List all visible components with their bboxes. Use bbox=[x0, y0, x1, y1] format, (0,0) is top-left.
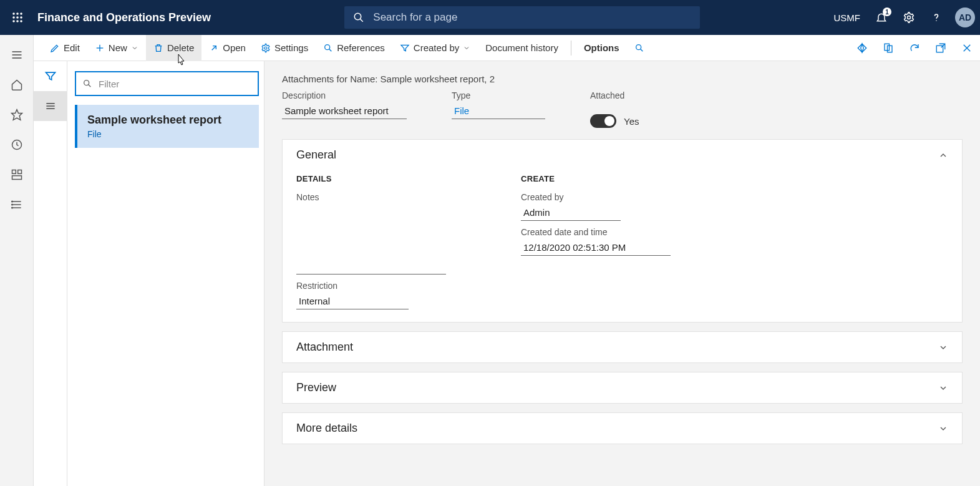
global-search[interactable] bbox=[344, 6, 700, 29]
hamburger-button[interactable] bbox=[2, 40, 32, 70]
created-by-filter[interactable]: Created by bbox=[392, 35, 478, 61]
list-item-title: Sample worksheet report bbox=[87, 114, 249, 127]
settings-menu[interactable]: Settings bbox=[253, 35, 316, 61]
company-picker[interactable]: USMF bbox=[834, 12, 861, 23]
svg-line-43 bbox=[88, 84, 90, 87]
references-button[interactable]: References bbox=[316, 35, 392, 61]
preview-section: Preview bbox=[282, 372, 963, 404]
chevron-down-icon bbox=[131, 44, 138, 52]
svg-point-25 bbox=[11, 204, 12, 205]
type-value[interactable]: File bbox=[452, 103, 545, 119]
attachment-section: Attachment bbox=[282, 331, 963, 363]
filter-input[interactable] bbox=[99, 79, 251, 89]
attached-toggle[interactable] bbox=[590, 114, 616, 128]
svg-marker-16 bbox=[11, 110, 22, 120]
record-list-panel: Sample worksheet report File bbox=[67, 61, 264, 486]
home-icon[interactable] bbox=[2, 70, 32, 100]
svg-point-29 bbox=[264, 47, 267, 49]
svg-point-3 bbox=[12, 16, 15, 19]
page-title: Attachments for Name: Sample worksheet r… bbox=[282, 74, 963, 84]
svg-rect-18 bbox=[12, 170, 16, 174]
svg-point-12 bbox=[936, 20, 937, 21]
filter-box[interactable] bbox=[75, 71, 259, 96]
svg-point-4 bbox=[16, 16, 19, 19]
action-pane: Edit New Delete Open Settings References… bbox=[0, 35, 980, 61]
svg-rect-35 bbox=[888, 46, 893, 52]
chevron-down-icon bbox=[938, 383, 948, 393]
refresh-icon[interactable] bbox=[901, 35, 928, 61]
app-title: Finance and Operations Preview bbox=[37, 11, 211, 24]
list-view-icon[interactable] bbox=[34, 91, 67, 121]
svg-point-6 bbox=[12, 20, 15, 22]
created-dt-value: 12/18/2020 02:51:30 PM bbox=[521, 240, 671, 256]
search-input[interactable] bbox=[373, 11, 691, 24]
more-details-header[interactable]: More details bbox=[283, 413, 962, 444]
created-by-value: Admin bbox=[521, 205, 621, 221]
list-item[interactable]: Sample worksheet report File bbox=[75, 105, 259, 148]
options-tab[interactable]: Options bbox=[576, 35, 627, 61]
list-item-type: File bbox=[87, 129, 249, 139]
restriction-value[interactable]: Internal bbox=[296, 293, 409, 309]
favorites-icon[interactable] bbox=[2, 100, 32, 130]
svg-rect-20 bbox=[12, 176, 21, 180]
chevron-down-icon bbox=[938, 343, 948, 352]
help-button[interactable] bbox=[924, 5, 949, 30]
app-launcher-icon[interactable] bbox=[5, 12, 30, 23]
workspaces-icon[interactable] bbox=[2, 160, 32, 190]
details-heading: DETAILS bbox=[296, 174, 446, 183]
notification-badge: 1 bbox=[883, 7, 891, 16]
svg-point-11 bbox=[908, 16, 911, 19]
create-heading: CREATE bbox=[521, 174, 671, 183]
chevron-up-icon bbox=[938, 150, 948, 160]
svg-rect-34 bbox=[885, 44, 890, 51]
search-icon bbox=[323, 43, 333, 53]
user-avatar[interactable]: AD bbox=[955, 7, 975, 27]
description-value[interactable]: Sample worksheet report bbox=[282, 103, 407, 119]
edit-button[interactable]: Edit bbox=[42, 35, 87, 61]
new-button[interactable]: New bbox=[87, 35, 146, 61]
filter-pane-icon[interactable] bbox=[34, 61, 67, 91]
gear-icon bbox=[261, 43, 271, 53]
popout-icon[interactable] bbox=[928, 35, 954, 61]
svg-point-9 bbox=[355, 13, 362, 20]
open-button[interactable]: Open bbox=[201, 35, 253, 61]
pencil-icon bbox=[50, 43, 60, 53]
svg-point-26 bbox=[11, 207, 12, 208]
svg-rect-19 bbox=[17, 170, 21, 174]
delete-button[interactable]: Delete bbox=[146, 35, 201, 61]
document-history-button[interactable]: Document history bbox=[478, 35, 566, 61]
find-button[interactable] bbox=[627, 35, 652, 61]
svg-point-7 bbox=[16, 20, 19, 22]
general-header[interactable]: General bbox=[283, 140, 962, 170]
preview-header[interactable]: Preview bbox=[283, 372, 962, 403]
detail-pane: Attachments for Name: Sample worksheet r… bbox=[264, 61, 980, 486]
search-icon bbox=[353, 12, 364, 23]
plus-icon bbox=[95, 43, 105, 53]
search-icon bbox=[82, 79, 92, 89]
attachment-header[interactable]: Attachment bbox=[283, 332, 962, 362]
modules-icon[interactable] bbox=[2, 190, 32, 220]
list-view-rail bbox=[34, 61, 67, 486]
svg-point-2 bbox=[20, 12, 22, 15]
svg-point-1 bbox=[16, 12, 19, 15]
svg-point-24 bbox=[11, 201, 12, 202]
notes-field[interactable] bbox=[296, 206, 446, 275]
diamond-icon[interactable] bbox=[849, 35, 875, 61]
type-field: Type File bbox=[452, 90, 545, 119]
chevron-down-icon bbox=[938, 424, 948, 434]
recent-icon[interactable] bbox=[2, 130, 32, 160]
search-icon bbox=[634, 43, 644, 53]
notifications-button[interactable]: 1 bbox=[869, 5, 894, 30]
general-section: General DETAILS Notes Restriction Intern… bbox=[282, 139, 963, 323]
svg-line-33 bbox=[640, 49, 643, 51]
attached-field: Attached Yes bbox=[590, 90, 639, 128]
svg-line-10 bbox=[361, 19, 364, 22]
attachments-icon[interactable] bbox=[875, 35, 901, 61]
svg-point-8 bbox=[20, 20, 22, 22]
svg-point-0 bbox=[12, 12, 15, 15]
open-arrow-icon bbox=[209, 43, 219, 53]
settings-button[interactable] bbox=[896, 5, 921, 30]
funnel-icon bbox=[400, 43, 410, 53]
close-icon[interactable] bbox=[954, 35, 980, 61]
separator bbox=[571, 41, 571, 56]
